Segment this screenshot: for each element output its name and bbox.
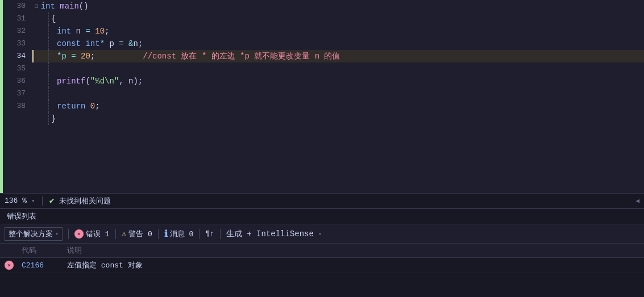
status-text: 未找到相关问题	[59, 196, 111, 206]
code-line-35	[35, 62, 644, 75]
col-icon-spacer	[5, 245, 22, 256]
error-circle-badge: ✕	[74, 229, 84, 239]
col-code-header: 代码	[22, 245, 67, 256]
vguide	[48, 12, 49, 25]
token-comment: //const 放在 * 的左边 *p 就不能更改变量 n 的值	[95, 50, 340, 62]
line-number: 31	[7, 12, 26, 25]
token-lparen: (	[85, 75, 90, 87]
error-description-cell: 左值指定 const 对象	[67, 260, 639, 270]
vguide	[48, 25, 49, 37]
code-line-31: {	[35, 12, 644, 25]
error-count-text[interactable]: 错误 1	[86, 229, 110, 239]
error-toolbar: 整个解决方案 ▾ ✕ 错误 1 ⚠ 警告 0 ℹ 消息 0 ¶↑ 生成 + In…	[0, 224, 644, 244]
vguide	[48, 87, 49, 100]
token-num: 10	[90, 25, 105, 37]
line-number: 30	[7, 0, 26, 12]
filter-label: 整个解决方案	[9, 229, 53, 239]
zoom-dropdown-arrow[interactable]: ▾	[31, 197, 35, 204]
info-count-badge: ℹ 消息 0	[164, 228, 194, 240]
line-numbers: 30 31 32 33 34 35 36 37 38	[3, 0, 32, 193]
token-return: return	[57, 100, 85, 112]
warning-icon: ⚠	[122, 229, 126, 239]
code-lines[interactable]: ⊟ int main () { int n = 10 ;	[32, 0, 644, 193]
line-number: 38	[7, 100, 26, 112]
token-close-brace: }	[51, 112, 56, 125]
error-panel-title: 错误列表	[0, 209, 644, 224]
code-line-32: int n = 10 ;	[35, 25, 644, 37]
error-row-0[interactable]: ✕ C2166 左值指定 const 对象	[0, 258, 644, 273]
token-amp: &	[124, 37, 134, 50]
warning-count-badge: ⚠ 警告 0	[122, 229, 152, 239]
code-line-34: *p = 20 ; //const 放在 * 的左边 *p 就不能更改变量 n …	[35, 50, 644, 62]
line-number: 37	[7, 87, 26, 100]
token-main: main	[60, 0, 79, 12]
line-number: 32	[7, 25, 26, 37]
code-line-closing: }	[35, 112, 644, 125]
token-zero: 0	[85, 100, 95, 112]
line-number: 33	[7, 37, 26, 50]
error-filter-dropdown[interactable]: 整个解决方案 ▾	[5, 227, 63, 241]
code-line-36: printf ( "%d\n" , n);	[35, 75, 644, 87]
line-number: 36	[7, 75, 26, 87]
separator	[42, 196, 43, 206]
token-semi4: ;	[95, 100, 99, 112]
line-number: 35	[7, 62, 26, 75]
status-bar: 136 % ▾ ✔ 未找到相关问题 ◀	[0, 193, 644, 208]
change-indicator-bar	[0, 0, 3, 193]
token-rest: , n);	[119, 75, 143, 87]
vguide	[48, 50, 49, 62]
code-line-38: return 0 ;	[35, 100, 644, 112]
filter-icon[interactable]: ¶↑	[205, 229, 214, 238]
vguide	[48, 100, 49, 112]
vguide	[48, 37, 49, 50]
token-star-p: *p	[57, 50, 67, 62]
token-space	[55, 0, 60, 12]
vguide	[48, 75, 49, 87]
code-editor: 30 31 32 33 34 35 36 37 38 ⊟ int main ()	[0, 0, 644, 193]
error-code-cell: C2166	[22, 261, 67, 270]
info-count-text[interactable]: 消息 0	[170, 229, 194, 239]
token-int2: int	[85, 37, 99, 50]
separator4	[199, 229, 200, 239]
warning-indicator	[32, 50, 34, 62]
token-eq2: =	[119, 37, 123, 50]
token-text: n	[71, 25, 85, 37]
filter-dropdown-arrow: ▾	[55, 231, 59, 237]
code-line-37	[35, 87, 644, 100]
separator2	[115, 229, 116, 239]
separator5	[220, 229, 221, 239]
error-table-header: 代码 说明	[0, 244, 644, 258]
token-p: p	[105, 37, 119, 50]
token-eq3: =	[67, 50, 81, 62]
error-count-badge: ✕ 错误 1	[74, 229, 110, 239]
separator1	[68, 229, 69, 239]
token-n: n	[133, 37, 138, 50]
build-label: 生成 + IntelliSense	[226, 229, 314, 239]
token-space	[81, 37, 85, 50]
error-panel: 错误列表 整个解决方案 ▾ ✕ 错误 1 ⚠ 警告 0 ℹ 消息 0 ¶↑	[0, 208, 644, 297]
warning-count-text[interactable]: 警告 0	[128, 229, 152, 239]
line-number: 34	[7, 50, 26, 62]
token-semi3: ;	[90, 50, 95, 62]
error-circle-icon: ✕	[5, 261, 14, 270]
token-20: 20	[81, 50, 90, 62]
code-line-33: const int * p = & n ;	[35, 37, 644, 50]
token-paren: ()	[79, 0, 89, 12]
token-int: int	[57, 25, 71, 37]
build-dropdown[interactable]: 生成 + IntelliSense ▾	[226, 229, 322, 239]
zoom-level[interactable]: 136 %	[5, 196, 27, 205]
status-ok-icon: ✔	[49, 195, 55, 206]
info-icon: ℹ	[164, 228, 168, 240]
code-line-30: ⊟ int main ()	[35, 0, 644, 12]
token-brace: {	[51, 12, 56, 25]
token-printf: printf	[57, 75, 85, 87]
vguide	[48, 112, 49, 125]
vguide	[48, 62, 49, 75]
col-desc-header: 说明	[67, 245, 639, 256]
build-dropdown-arrow: ▾	[318, 231, 322, 237]
status-collapse-arrow[interactable]: ◀	[635, 197, 639, 204]
token-str: "%d\n"	[90, 75, 119, 87]
token-semi: ;	[105, 25, 109, 37]
token-const: const	[57, 37, 81, 50]
collapse-icon[interactable]: ⊟	[35, 0, 39, 12]
